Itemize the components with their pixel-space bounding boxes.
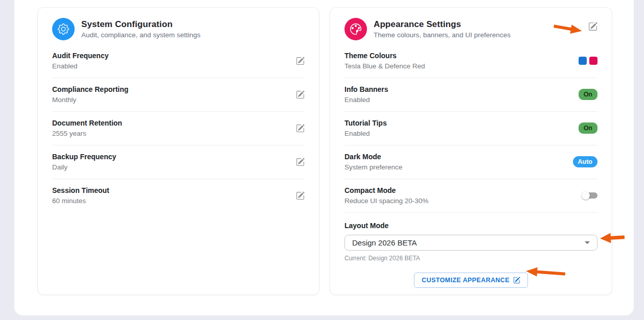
edit-audit-frequency-button[interactable] [296,57,305,65]
edit-document-retention-button[interactable] [296,124,305,133]
row-label: Compact Mode [344,186,428,194]
card-subtitle: Audit, compliance, and system settings [81,31,200,39]
palette-icon [344,18,367,40]
edit-backup-frequency-button[interactable] [296,158,305,166]
pencil-square-icon [513,277,520,284]
pencil-square-icon [296,160,305,168]
layout-mode-current-caption: Current: Design 2026 BETA [344,255,597,262]
caret-down-icon [585,241,590,244]
row-label: Tutorial Tips [344,119,387,127]
gear-icon [52,18,75,40]
row-label: Compliance Reporting [52,85,128,93]
row-value: Tesla Blue & Defence Red [344,62,425,70]
setting-row-theme-colours: Theme Colours Tesla Blue & Defence Red [344,44,597,78]
pencil-square-icon [296,194,305,202]
dark-mode-status-badge: Auto [573,156,597,167]
compact-mode-toggle[interactable] [582,191,597,200]
pencil-square-icon [296,93,305,101]
card-header: System Configuration Audit, compliance, … [38,8,319,40]
layout-mode-section: Layout Mode Design 2026 BETA Current: De… [344,213,597,262]
pencil-square-icon [296,127,305,134]
layout-mode-selected-value: Design 2026 BETA [352,238,417,247]
toggle-thumb [582,191,590,200]
card-body: Theme Colours Tesla Blue & Defence Red I… [330,40,612,288]
pencil-square-icon [588,25,597,33]
row-label: Info Banners [344,85,388,93]
row-value: Reduce UI spacing 20-30% [344,197,428,205]
card-header-text: Appearance Settings Theme colours, banne… [374,19,511,39]
layout-mode-label: Layout Mode [344,221,597,230]
appearance-settings-card: Appearance Settings Theme colours, banne… [330,7,612,295]
row-value: Enabled [344,130,387,137]
row-value: Enabled [52,62,108,70]
defence-red-swatch [589,57,597,65]
row-label: Theme Colours [344,52,425,60]
info-banners-status-badge: On [579,89,597,100]
card-header-text: System Configuration Audit, compliance, … [81,19,200,39]
row-value: Enabled [344,96,388,104]
layout-mode-select[interactable]: Design 2026 BETA [344,235,597,251]
annotation-arrow-layout-select [600,232,625,244]
card-subtitle: Theme colours, banners, and UI preferenc… [374,31,511,39]
setting-row-compact-mode: Compact Mode Reduce UI spacing 20-30% [344,179,597,213]
theme-colour-swatches [579,57,597,65]
row-value: System preference [344,163,402,171]
tutorial-tips-status-badge: On [579,122,597,134]
card-body: Audit Frequency Enabled Compliance Repor… [38,40,319,212]
tesla-blue-swatch [579,57,587,65]
setting-row-audit-frequency: Audit Frequency Enabled [52,44,305,78]
setting-row-document-retention: Document Retention 2555 years [52,112,305,145]
setting-row-dark-mode: Dark Mode System preference Auto [344,145,597,179]
system-configuration-card: System Configuration Audit, compliance, … [37,7,319,295]
setting-row-session-timeout: Session Timeout 60 minutes [52,179,305,212]
edit-compliance-reporting-button[interactable] [296,90,305,99]
card-title: Appearance Settings [374,19,511,30]
setting-row-tutorial-tips: Tutorial Tips Enabled On [344,112,597,145]
row-label: Audit Frequency [52,52,108,60]
row-value: 2555 years [52,130,122,137]
pencil-square-icon [296,59,305,67]
row-label: Session Timeout [52,186,109,194]
customize-appearance-label: CUSTOMIZE APPEARANCE [422,277,510,284]
row-label: Document Retention [52,119,122,127]
edit-appearance-button[interactable] [588,22,597,31]
card-title: System Configuration [81,19,200,30]
row-label: Dark Mode [344,153,402,161]
customize-appearance-button[interactable]: CUSTOMIZE APPEARANCE [414,273,528,288]
row-value: Monthly [52,96,128,104]
setting-row-compliance-reporting: Compliance Reporting Monthly [52,78,305,112]
setting-row-info-banners: Info Banners Enabled On [344,78,597,112]
row-label: Backup Frequency [52,153,116,161]
setting-row-backup-frequency: Backup Frequency Daily [52,145,305,179]
row-value: Daily [52,163,116,171]
edit-session-timeout-button[interactable] [296,191,305,200]
row-value: 60 minutes [52,197,109,205]
